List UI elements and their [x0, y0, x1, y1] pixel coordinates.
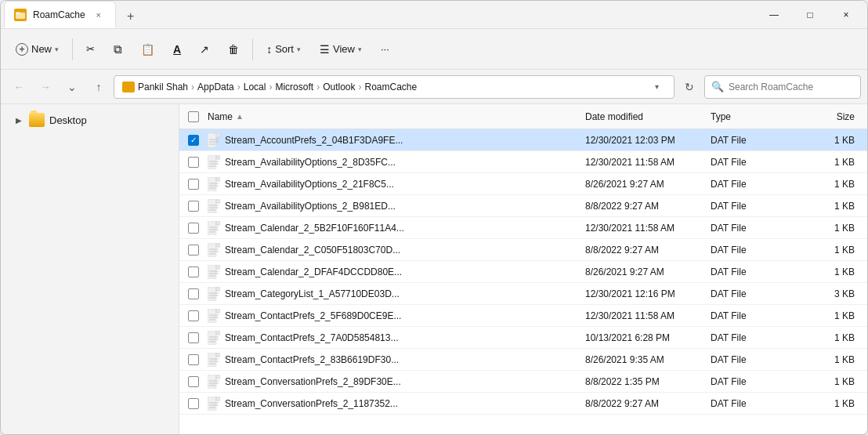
file-date-8: 12/30/2021 11:58 AM: [585, 310, 711, 321]
file-size-2: 1 KB: [805, 179, 867, 190]
table-row[interactable]: Stream_AvailabilityOptions_2_21F8C5... 8…: [179, 173, 867, 195]
delete-button[interactable]: 🗑: [219, 38, 248, 61]
more-button[interactable]: ···: [372, 38, 398, 60]
file-check-8[interactable]: [179, 310, 208, 321]
file-date-3: 8/8/2022 9:27 AM: [585, 201, 711, 212]
tab-close-button[interactable]: ×: [92, 8, 106, 22]
file-checkbox-3[interactable]: [188, 201, 199, 212]
file-checkbox-11[interactable]: [188, 376, 199, 387]
breadcrumb-roamcache: RoamCache: [364, 82, 417, 92]
header-check[interactable]: [179, 111, 208, 122]
up-button[interactable]: ↑: [87, 75, 110, 99]
select-all-checkbox[interactable]: [188, 111, 199, 122]
svg-rect-1: [16, 12, 20, 14]
file-name-text-3: Stream_AvailabilityOptions_2_B981ED...: [225, 201, 396, 212]
file-check-9[interactable]: [179, 332, 208, 343]
file-checkbox-4[interactable]: [188, 223, 199, 234]
table-row[interactable]: Stream_AvailabilityOptions_2_B981ED... 8…: [179, 195, 867, 217]
sort-arrow-icon: ▲: [236, 112, 244, 121]
file-size-7: 3 KB: [805, 288, 867, 299]
back-button[interactable]: ←: [7, 75, 31, 99]
file-checkbox-2[interactable]: [188, 179, 199, 190]
file-name-0: Stream_AccountPrefs_2_04B1F3DA9FE...: [208, 133, 585, 147]
sidebar-item-label: Desktop: [49, 114, 87, 126]
file-checkbox-7[interactable]: [188, 288, 199, 299]
new-tab-button[interactable]: +: [119, 5, 143, 28]
paste-button[interactable]: 📋: [132, 38, 163, 61]
file-check-3[interactable]: [179, 201, 208, 212]
file-name-text-11: Stream_ConversationPrefs_2_89DF30E...: [225, 376, 401, 387]
svg-rect-37: [208, 287, 216, 301]
search-input[interactable]: [729, 82, 854, 92]
file-check-12[interactable]: [179, 398, 208, 409]
column-date-modified[interactable]: Date modified: [585, 111, 711, 122]
file-date-10: 8/26/2021 9:35 AM: [585, 354, 711, 365]
file-checkbox-6[interactable]: [188, 266, 199, 277]
view-button[interactable]: ☰ View ▾: [311, 38, 371, 61]
table-row[interactable]: Stream_Calendar_2_C050F51803C70D... 8/8/…: [179, 239, 867, 261]
table-row[interactable]: Stream_CategoryList_1_A57710DE03D... 12/…: [179, 283, 867, 305]
file-check-1[interactable]: [179, 157, 208, 168]
table-row[interactable]: Stream_ConversationPrefs_2_89DF30E... 8/…: [179, 371, 867, 393]
sidebar-folder-icon: [29, 113, 45, 127]
address-bar-row: ← → ⌄ ↑ Pankil Shah › AppData › Local › …: [1, 70, 867, 104]
file-checkbox-1[interactable]: [188, 157, 199, 168]
file-check-0[interactable]: [179, 135, 208, 146]
file-checkbox-12[interactable]: [188, 398, 199, 409]
copy-button[interactable]: ⧉: [105, 37, 131, 62]
svg-rect-2: [208, 133, 216, 147]
table-row[interactable]: Stream_ConversationPrefs_2_1187352... 8/…: [179, 393, 867, 415]
maximize-button[interactable]: □: [792, 1, 828, 29]
file-icon-5: [208, 243, 220, 257]
table-row[interactable]: Stream_ContactPrefs_2_7A0D5854813... 10/…: [179, 327, 867, 349]
file-checkbox-10[interactable]: [188, 354, 199, 365]
file-check-6[interactable]: [179, 266, 208, 277]
recent-locations-button[interactable]: ⌄: [60, 75, 84, 99]
svg-rect-27: [208, 243, 216, 257]
column-name[interactable]: Name ▲: [208, 111, 585, 122]
file-checkbox-8[interactable]: [188, 310, 199, 321]
column-type[interactable]: Type: [711, 111, 805, 122]
file-name-text-2: Stream_AvailabilityOptions_2_21F8C5...: [225, 179, 394, 190]
file-name-6: Stream_Calendar_2_DFAF4DCCDD80E...: [208, 265, 585, 279]
search-box[interactable]: 🔍: [704, 75, 861, 99]
table-row[interactable]: Stream_Calendar_2_DFAF4DCCDD80E... 8/26/…: [179, 261, 867, 283]
svg-rect-7: [208, 155, 216, 169]
file-check-2[interactable]: [179, 179, 208, 190]
sort-button[interactable]: ↕ Sort ▾: [258, 38, 309, 61]
sort-icon: ↕: [266, 43, 272, 56]
table-row[interactable]: Stream_AccountPrefs_2_04B1F3DA9FE... 12/…: [179, 129, 867, 151]
rename-button[interactable]: A: [165, 38, 190, 61]
sort-label: Sort: [275, 43, 294, 55]
sidebar-item-desktop[interactable]: ▶ Desktop: [4, 108, 175, 132]
table-row[interactable]: Stream_ContactPrefs_2_83B6619DF30... 8/2…: [179, 349, 867, 371]
file-checkbox-5[interactable]: [188, 245, 199, 256]
minimize-button[interactable]: —: [756, 1, 792, 29]
file-checkbox-9[interactable]: [188, 332, 199, 343]
file-check-5[interactable]: [179, 245, 208, 256]
active-tab[interactable]: RoamCache ×: [4, 1, 116, 28]
refresh-button[interactable]: ↻: [678, 75, 701, 99]
file-check-7[interactable]: [179, 288, 208, 299]
file-name-text-1: Stream_AvailabilityOptions_2_8D35FC...: [225, 157, 396, 168]
file-type-11: DAT File: [711, 376, 805, 387]
file-check-10[interactable]: [179, 354, 208, 365]
share-button[interactable]: ↗: [191, 38, 218, 61]
column-size[interactable]: Size: [805, 111, 867, 122]
file-check-11[interactable]: [179, 376, 208, 387]
file-name-4: Stream_Calendar_2_5B2F10F160F11A4...: [208, 221, 585, 235]
file-check-4[interactable]: [179, 223, 208, 234]
new-button[interactable]: + New ▾: [7, 38, 67, 61]
file-name-text-6: Stream_Calendar_2_DFAF4DCCDD80E...: [225, 266, 402, 277]
address-box[interactable]: Pankil Shah › AppData › Local › Microsof…: [114, 75, 675, 99]
file-type-1: DAT File: [711, 157, 805, 168]
close-button[interactable]: ×: [828, 1, 864, 29]
forward-button[interactable]: →: [34, 75, 57, 99]
cut-button[interactable]: ✂: [78, 38, 103, 60]
table-row[interactable]: Stream_Calendar_2_5B2F10F160F11A4... 12/…: [179, 217, 867, 239]
address-dropdown-icon[interactable]: ▾: [647, 78, 666, 96]
file-name-8: Stream_ContactPrefs_2_5F689D0CE9E...: [208, 309, 585, 323]
file-checkbox-0[interactable]: [188, 135, 199, 146]
table-row[interactable]: Stream_AvailabilityOptions_2_8D35FC... 1…: [179, 151, 867, 173]
table-row[interactable]: Stream_ContactPrefs_2_5F689D0CE9E... 12/…: [179, 305, 867, 327]
